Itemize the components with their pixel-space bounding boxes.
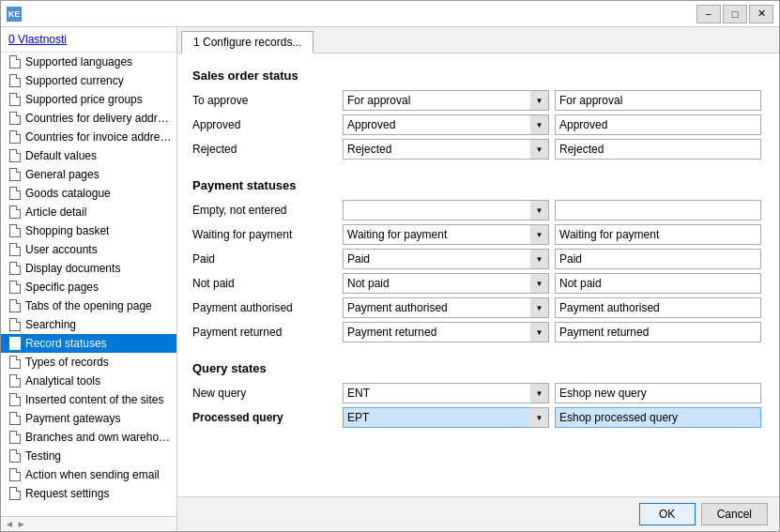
form-row-to-approve: To approveFor approval▼ — [192, 90, 764, 111]
text-input-not-paid[interactable] — [555, 273, 761, 294]
sidebar-item-countries-invoice[interactable]: Countries for invoice addresse... — [1, 128, 176, 146]
select-wrapper-payment-authorised: Payment authorised▼ — [343, 297, 549, 318]
text-input-new-query[interactable] — [555, 383, 761, 403]
form-label-new-query: New query — [192, 387, 343, 400]
doc-icon — [8, 280, 22, 295]
close-button[interactable]: ✕ — [749, 5, 773, 23]
sidebar-item-label: Goods catalogue — [25, 187, 111, 200]
sidebar-item-payment-gateways[interactable]: Payment gateways — [1, 409, 176, 428]
doc-icon — [8, 223, 22, 238]
doc-icon — [8, 73, 22, 88]
sidebar-header[interactable]: 0 Vlastnosti — [1, 27, 176, 53]
sidebar-item-testing[interactable]: Testing — [1, 447, 176, 465]
text-input-to-approve[interactable] — [555, 90, 761, 111]
ok-button[interactable]: OK — [639, 503, 696, 525]
form-label-paid: Paid — [192, 252, 343, 266]
text-input-paid[interactable] — [555, 249, 761, 269]
minimize-button[interactable]: − — [696, 5, 721, 23]
sidebar-item-shopping-basket[interactable]: Shopping basket — [1, 221, 176, 240]
select-wrapper-payment-returned: Payment returned▼ — [343, 322, 549, 342]
select-to-approve[interactable]: For approval — [343, 90, 549, 111]
doc-icon — [8, 129, 22, 144]
sidebar-item-supported-price-groups[interactable]: Supported price groups — [1, 90, 176, 109]
sidebar-item-supported-currency[interactable]: Supported currency — [1, 71, 176, 90]
select-new-query[interactable]: ENT — [343, 383, 549, 403]
select-approved[interactable]: Approved — [343, 114, 549, 135]
select-wrapper-rejected: Rejected▼ — [343, 139, 549, 160]
form-area: Sales order statusTo approveFor approval… — [177, 53, 779, 496]
select-payment-authorised[interactable]: Payment authorised — [343, 297, 549, 318]
sidebar-item-label: Supported languages — [25, 55, 132, 68]
sidebar-item-label: Article detail — [25, 205, 86, 219]
sidebar-item-specific-pages[interactable]: Specific pages — [1, 278, 176, 296]
text-input-rejected[interactable] — [555, 139, 761, 160]
select-paid[interactable]: Paid — [343, 249, 549, 269]
sidebar-item-goods-catalogue[interactable]: Goods catalogue — [1, 184, 176, 203]
select-rejected[interactable]: Rejected — [343, 139, 549, 160]
form-row-waiting-payment: Waiting for paymentWaiting for payment▼ — [192, 224, 764, 245]
select-wrapper-processed-query: EPT▼ — [343, 407, 549, 428]
text-input-payment-authorised[interactable] — [555, 297, 761, 318]
titlebar-controls: − □ ✕ — [696, 5, 773, 23]
sidebar-item-branches-warehouses[interactable]: Branches and own warehouses — [1, 428, 176, 447]
sidebar-item-label: Tabs of the opening page — [25, 299, 152, 312]
titlebar: KE − □ ✕ — [1, 1, 779, 27]
sidebar: 0 Vlastnosti Supported languagesSupporte… — [1, 27, 177, 531]
main-window: KE − □ ✕ 0 Vlastnosti Supported language… — [0, 0, 780, 532]
sidebar-item-tabs-opening-page[interactable]: Tabs of the opening page — [1, 296, 176, 315]
sidebar-item-supported-languages[interactable]: Supported languages — [1, 53, 176, 71]
select-wrapper-not-paid: Not paid▼ — [343, 273, 549, 294]
sidebar-item-inserted-content[interactable]: Inserted content of the sites — [1, 390, 176, 409]
text-input-approved[interactable] — [555, 114, 761, 135]
form-row-empty-not-entered: Empty, not entered▼ — [192, 200, 764, 220]
select-waiting-payment[interactable]: Waiting for payment — [343, 224, 549, 245]
form-row-not-paid: Not paidNot paid▼ — [192, 273, 764, 294]
select-wrapper-new-query: ENT▼ — [343, 383, 549, 403]
form-row-paid: PaidPaid▼ — [192, 249, 764, 269]
select-processed-query[interactable]: EPT — [343, 407, 549, 428]
select-payment-returned[interactable]: Payment returned — [343, 322, 549, 342]
text-input-payment-returned[interactable] — [555, 322, 761, 342]
doc-icon — [8, 186, 22, 201]
tab-configure-records[interactable]: 1 Configure records... — [181, 31, 314, 53]
sidebar-item-label: Searching — [25, 318, 76, 331]
sidebar-item-label: Countries for delivery addres... — [25, 112, 173, 125]
sidebar-item-label: Analytical tools — [25, 374, 100, 388]
select-empty-not-entered[interactable] — [343, 200, 549, 220]
sidebar-item-user-accounts[interactable]: User accounts — [1, 240, 176, 259]
doc-icon — [8, 392, 22, 407]
sidebar-item-searching[interactable]: Searching — [1, 315, 176, 334]
maximize-button[interactable]: □ — [723, 5, 747, 23]
doc-icon — [8, 486, 22, 501]
sidebar-item-record-statuses[interactable]: Record statuses — [1, 334, 176, 353]
sidebar-list: Supported languagesSupported currencySup… — [1, 53, 176, 516]
doc-icon — [8, 205, 22, 220]
right-panel: 1 Configure records... Sales order statu… — [177, 27, 779, 531]
doc-icon — [8, 54, 22, 69]
doc-icon — [8, 317, 22, 332]
sidebar-item-countries-delivery[interactable]: Countries for delivery addres... — [1, 109, 176, 128]
form-label-not-paid: Not paid — [192, 277, 343, 290]
form-label-payment-returned: Payment returned — [192, 326, 343, 339]
sidebar-item-action-sending-email[interactable]: Action when sending email — [1, 465, 176, 484]
sidebar-item-general-pages[interactable]: General pages — [1, 165, 176, 184]
sidebar-item-analytical-tools[interactable]: Analytical tools — [1, 372, 176, 390]
cancel-button[interactable]: Cancel — [701, 503, 768, 525]
select-not-paid[interactable]: Not paid — [343, 273, 549, 294]
sidebar-item-display-documents[interactable]: Display documents — [1, 259, 176, 278]
form-label-empty-not-entered: Empty, not entered — [192, 204, 343, 217]
sidebar-item-types-of-records[interactable]: Types of records — [1, 353, 176, 372]
sidebar-item-article-detail[interactable]: Article detail — [1, 203, 176, 221]
form-row-payment-authorised: Payment authorisedPayment authorised▼ — [192, 297, 764, 318]
sidebar-item-label: Record statuses — [25, 337, 107, 350]
sidebar-item-request-settings[interactable]: Request settings — [1, 484, 176, 503]
text-input-processed-query[interactable] — [555, 407, 761, 428]
form-label-processed-query: Processed query — [192, 411, 343, 424]
text-input-empty-not-entered[interactable] — [555, 200, 761, 220]
doc-icon — [8, 167, 22, 182]
sidebar-scrollbar[interactable]: ◄ ► — [1, 516, 176, 531]
sidebar-item-default-values[interactable]: Default values — [1, 146, 176, 165]
sidebar-item-label: Payment gateways — [25, 412, 120, 425]
text-input-waiting-payment[interactable] — [555, 224, 761, 245]
sidebar-item-label: Branches and own warehouses — [25, 431, 173, 444]
